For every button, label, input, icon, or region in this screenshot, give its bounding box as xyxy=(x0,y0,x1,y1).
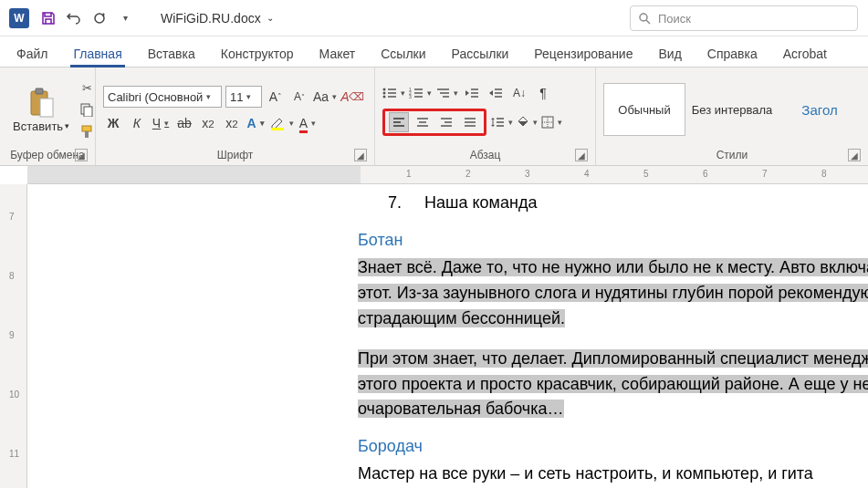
list-text: Наша команда xyxy=(424,193,537,212)
tab-acrobat[interactable]: Acrobat xyxy=(780,41,830,67)
word-app-icon: W xyxy=(9,8,29,28)
tab-layout[interactable]: Макет xyxy=(317,41,359,67)
paste-icon xyxy=(26,87,56,119)
ribbon: Вставить ▾ ✂ Буфер обмена ◢ xyxy=(0,67,868,166)
svg-rect-7 xyxy=(84,107,92,117)
style-heading[interactable]: Загол xyxy=(779,83,861,136)
numbering-icon[interactable]: 123▾ xyxy=(409,83,432,103)
chevron-down-icon: ⌄ xyxy=(267,13,274,23)
svg-rect-9 xyxy=(85,131,89,138)
search-input[interactable]: Поиск xyxy=(630,5,858,31)
underline-button[interactable]: Ч▾ xyxy=(151,113,171,133)
redo-icon[interactable] xyxy=(91,10,108,26)
svg-rect-8 xyxy=(82,126,91,131)
svg-rect-10 xyxy=(271,128,284,130)
style-normal[interactable]: Обычный xyxy=(603,83,685,136)
document-page[interactable]: 7. Наша команда Ботан Знает всё. Даже то… xyxy=(27,184,868,488)
font-color-icon[interactable]: A▾ xyxy=(298,113,318,133)
align-left-icon[interactable] xyxy=(389,112,409,132)
svg-rect-5 xyxy=(40,99,53,117)
save-icon[interactable] xyxy=(40,10,57,26)
svg-point-13 xyxy=(383,92,386,95)
shading-icon[interactable]: ▾ xyxy=(517,112,538,132)
tab-home[interactable]: Главная xyxy=(70,41,124,67)
sort-icon[interactable]: A↓ xyxy=(509,83,529,103)
svg-rect-4 xyxy=(36,88,43,94)
decrease-indent-icon[interactable] xyxy=(462,83,482,103)
document-title[interactable]: WiFiGiD.RU.docx ⌄ xyxy=(161,11,274,26)
strike-button[interactable]: ab xyxy=(174,113,194,133)
change-case-icon[interactable]: Aa▾ xyxy=(313,87,337,107)
style-no-spacing[interactable]: Без интервала xyxy=(691,83,773,136)
tab-help[interactable]: Справка xyxy=(705,41,760,67)
styles-launcher-icon[interactable]: ◢ xyxy=(848,149,861,161)
line-spacing-icon[interactable]: ▾ xyxy=(490,112,513,132)
increase-indent-icon[interactable] xyxy=(486,83,506,103)
group-font-label: Шрифт ◢ xyxy=(103,147,367,163)
group-paragraph-label: Абзац ◢ xyxy=(382,147,588,163)
ribbon-tabs: Файл Главная Вставка Конструктор Макет С… xyxy=(0,36,868,67)
group-clipboard: Вставить ▾ ✂ Буфер обмена ◢ xyxy=(0,67,96,165)
group-clipboard-label: Буфер обмена ◢ xyxy=(7,147,88,163)
list-item: 7. Наша команда xyxy=(365,193,868,213)
tab-review[interactable]: Рецензирование xyxy=(531,41,635,67)
align-center-icon[interactable] xyxy=(413,112,433,132)
paste-label: Вставить xyxy=(13,119,63,133)
multilevel-list-icon[interactable]: ▾ xyxy=(435,83,458,103)
show-marks-icon[interactable]: ¶ xyxy=(533,83,553,103)
font-size-combo[interactable]: 11▾ xyxy=(225,86,262,108)
tab-design[interactable]: Конструктор xyxy=(218,41,297,67)
search-icon xyxy=(638,12,651,25)
italic-button[interactable]: К xyxy=(127,113,147,133)
undo-icon[interactable] xyxy=(66,10,82,26)
paragraph-launcher-icon[interactable]: ◢ xyxy=(575,149,588,161)
tab-references[interactable]: Ссылки xyxy=(378,41,428,67)
tab-view[interactable]: Вид xyxy=(655,41,684,67)
paragraph: При этом знает, что делает. Дипломирован… xyxy=(358,347,868,423)
group-paragraph: ▾ 123▾ ▾ A↓ ¶ xyxy=(375,67,596,165)
paragraph: Знает всё. Даже то, что не нужно или был… xyxy=(358,255,868,332)
selected-text: Знает всё. Даже то, что не нужно или был… xyxy=(358,258,868,327)
doc-name-text: WiFiGiD.RU.docx xyxy=(161,11,261,26)
borders-icon[interactable]: ▾ xyxy=(541,112,562,132)
quick-access-toolbar: ▾ xyxy=(40,10,133,26)
tab-mailings[interactable]: Рассылки xyxy=(449,41,512,67)
search-placeholder: Поиск xyxy=(658,12,691,26)
justify-icon[interactable] xyxy=(460,112,480,132)
text-effects-icon[interactable]: A▾ xyxy=(246,113,266,133)
subscript-button[interactable]: x2 xyxy=(198,113,218,133)
tab-insert[interactable]: Вставка xyxy=(145,41,198,67)
svg-point-15 xyxy=(383,96,386,99)
ruler-vertical[interactable]: 7 8 9 10 11 xyxy=(0,184,27,488)
align-right-icon[interactable] xyxy=(436,112,456,132)
tab-file[interactable]: Файл xyxy=(14,41,50,67)
svg-point-11 xyxy=(383,88,386,91)
highlight-icon[interactable]: ▾ xyxy=(269,113,294,133)
grow-font-icon[interactable]: A˄ xyxy=(266,87,286,107)
paste-button[interactable]: Вставить ▾ xyxy=(7,83,75,137)
group-font: Calibri (Основной▾ 11▾ A˄ A˅ Aa▾ A⌫ Ж К … xyxy=(96,67,375,165)
format-painter-icon[interactable] xyxy=(78,123,95,140)
chevron-down-icon: ▾ xyxy=(65,121,69,130)
qat-dropdown-icon[interactable]: ▾ xyxy=(117,10,133,26)
font-launcher-icon[interactable]: ◢ xyxy=(354,149,367,161)
list-number: 7. xyxy=(365,193,402,213)
workspace: 7 8 9 10 11 7. Наша команда Ботан Знает … xyxy=(0,184,868,488)
alignment-highlight xyxy=(382,109,486,136)
clipboard-launcher-icon[interactable]: ◢ xyxy=(75,149,88,161)
selected-text: При этом знает, что делает. Дипломирован… xyxy=(358,349,868,419)
group-styles: Обычный Без интервала Загол Стили ◢ xyxy=(596,67,868,165)
font-name-combo[interactable]: Calibri (Основной▾ xyxy=(103,86,222,108)
cut-icon[interactable]: ✂ xyxy=(78,79,95,96)
superscript-button[interactable]: x2 xyxy=(222,113,242,133)
heading-2: Бородач xyxy=(358,437,868,456)
bullets-icon[interactable]: ▾ xyxy=(382,83,405,103)
svg-point-1 xyxy=(640,14,647,21)
clear-format-icon[interactable]: A⌫ xyxy=(340,87,364,107)
copy-icon[interactable] xyxy=(78,101,95,118)
shrink-font-icon[interactable]: A˅ xyxy=(289,87,309,107)
titlebar: W ▾ WiFiGiD.RU.docx ⌄ Поиск xyxy=(0,0,868,36)
ruler-horizontal[interactable]: 1 2 3 4 5 6 7 8 xyxy=(27,166,868,184)
group-styles-label: Стили ◢ xyxy=(603,147,861,163)
bold-button[interactable]: Ж xyxy=(103,113,123,133)
